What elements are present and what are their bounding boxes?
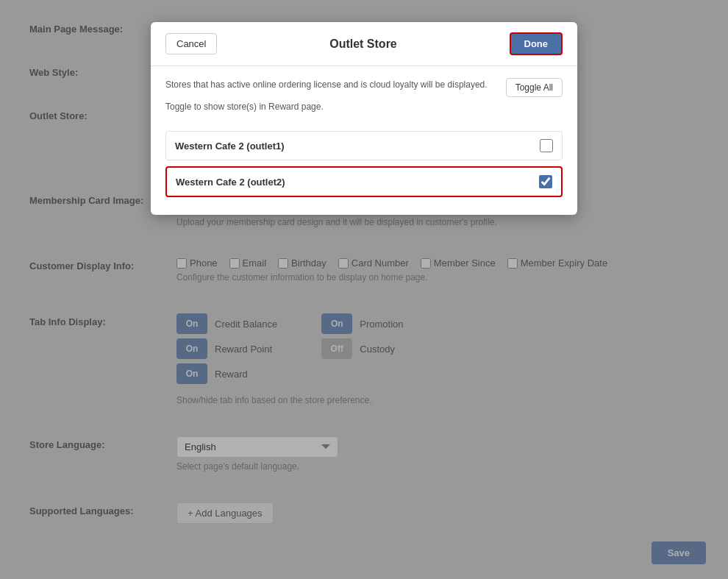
outlet-item-1-name: Western Cafe 2 (outlet1) bbox=[175, 141, 285, 152]
modal-done-button[interactable]: Done bbox=[510, 32, 563, 55]
modal-description2: Toggle to show store(s) in Reward page. bbox=[165, 100, 488, 113]
modal-body: Stores that has active online ordering l… bbox=[151, 66, 577, 215]
outlet-item-2-name: Western Cafe 2 (outlet2) bbox=[176, 177, 285, 188]
page-background: Main Page Message: Web Style: Outlet Sto… bbox=[0, 0, 728, 579]
toggle-all-button[interactable]: Toggle All bbox=[506, 78, 563, 97]
outlet-1-checkbox[interactable] bbox=[540, 139, 553, 152]
modal-overlay: Cancel Outlet Store Done Stores that has… bbox=[0, 0, 728, 579]
modal-title: Outlet Store bbox=[217, 38, 509, 51]
modal-header: Cancel Outlet Store Done bbox=[151, 22, 577, 66]
outlet-store-modal: Cancel Outlet Store Done Stores that has… bbox=[151, 22, 577, 215]
outlet-item-1: Western Cafe 2 (outlet1) bbox=[165, 131, 563, 160]
modal-cancel-button[interactable]: Cancel bbox=[165, 33, 217, 54]
modal-description1: Stores that has active online ordering l… bbox=[165, 78, 488, 91]
outlet-item-2: Western Cafe 2 (outlet2) bbox=[165, 166, 563, 197]
modal-description-block: Stores that has active online ordering l… bbox=[165, 78, 488, 122]
outlet-2-checkbox[interactable] bbox=[539, 175, 552, 188]
